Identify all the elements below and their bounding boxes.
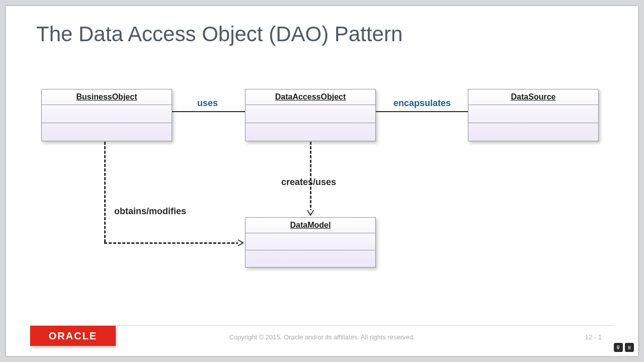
edge-creates-label: creates/uses	[281, 177, 336, 188]
node-data-source: DataSource	[468, 89, 599, 141]
pause-icon[interactable]: ⏸	[625, 343, 634, 352]
slide-title: The Data Access Object (DAO) Pattern	[36, 22, 403, 46]
slide: The Data Access Object (DAO) Pattern Bus…	[6, 6, 638, 356]
edge-uses-label: uses	[197, 98, 218, 109]
node-label: BusinessObject	[42, 89, 172, 105]
edge-obtains-arrow	[238, 239, 244, 246]
page-number: 12 - 1	[585, 333, 602, 341]
node-label: DataAccessObject	[246, 89, 375, 105]
node-label: DataSource	[468, 89, 598, 105]
edge-obtains-label: obtains/modifies	[114, 206, 186, 217]
edge-encapsulates-label: encapsulates	[393, 98, 451, 109]
edge-creates-arrow	[307, 210, 314, 216]
footer-divider	[30, 325, 614, 326]
edge-encapsulates-line	[376, 111, 468, 112]
node-label: DataModel	[246, 218, 375, 233]
copyright-text: Copyright © 2015, Oracle and/or its affi…	[6, 333, 638, 341]
node-data-access-object: DataAccessObject	[245, 89, 376, 141]
player-tray: 🎙 ⏸	[614, 343, 634, 352]
mic-icon[interactable]: 🎙	[614, 343, 623, 352]
edge-obtains-line-h	[104, 242, 239, 244]
node-data-model: DataModel	[245, 217, 376, 267]
node-business-object: BusinessObject	[41, 89, 172, 141]
edge-obtains-line-v	[104, 142, 106, 242]
edge-uses-line	[172, 111, 245, 112]
